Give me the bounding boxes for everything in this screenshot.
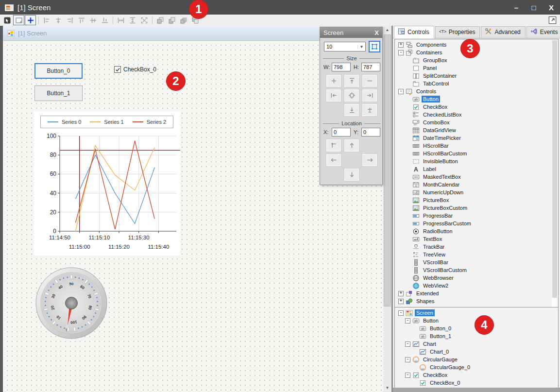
move-tool-button[interactable] [25, 15, 36, 25]
align-right-button[interactable] [64, 15, 75, 25]
tree-item-hscrollbar[interactable]: HScrollBar [397, 142, 557, 150]
combo-dropdown-icon[interactable]: ▼ [357, 45, 365, 49]
tree-item-chart_0[interactable]: Chart_0 [397, 348, 557, 356]
tree-item-screen[interactable]: -Screen [397, 309, 557, 317]
size-shrink-left-button[interactable] [326, 89, 341, 102]
same-width-button[interactable] [115, 15, 126, 25]
select-tool-button[interactable] [1, 15, 13, 25]
canvas-circular-gauge-0[interactable]: 102030405060708090100 [35, 267, 108, 340]
tree-item-label[interactable]: ALabel [397, 165, 557, 173]
palette-scrollbar[interactable] [552, 40, 558, 329]
close-button[interactable]: X [543, 3, 560, 12]
tree-item-numericupdown[interactable]: 12NumericUpDown [397, 188, 557, 196]
tree-item-checkedlistbox[interactable]: CheckedListBox [397, 111, 557, 119]
canvas-vertical-scrollbar[interactable]: ▲ ▼ [383, 26, 391, 392]
tree-item-webview2[interactable]: WebView2 [397, 282, 557, 290]
tree-item-panel[interactable]: Panel [397, 64, 557, 72]
size-expand-right-button[interactable] [362, 89, 377, 102]
tree-item-trackbar[interactable]: TrackBar [397, 243, 557, 251]
popout-icon[interactable] [548, 16, 557, 25]
y-field[interactable]: 0 [361, 128, 380, 136]
tab-controls[interactable]: Controls [394, 26, 434, 38]
tree-item-webbrowser[interactable]: WebBrowser [397, 274, 557, 282]
collapse-icon[interactable]: - [398, 310, 404, 316]
bounds-toggle-button[interactable] [369, 41, 380, 52]
collapse-icon[interactable]: - [398, 89, 404, 94]
tree-item-circulargauge[interactable]: -CircularGauge [397, 356, 557, 363]
tree-item-textbox[interactable]: abTextBox [397, 235, 557, 243]
tree-item-datagridview[interactable]: DataGridView [397, 126, 557, 134]
tree-item-progressbar[interactable]: ProgressBar [397, 212, 557, 220]
size-fit-button[interactable] [344, 89, 359, 102]
height-field[interactable]: 787 [361, 63, 380, 71]
move-left-button[interactable] [326, 154, 341, 166]
tree-item-checkbox[interactable]: -CheckBox [397, 371, 557, 379]
collapse-icon[interactable]: - [405, 357, 410, 362]
minimize-button[interactable]: – [508, 3, 525, 12]
canvas-checkbox-0[interactable]: CheckBox_0 [114, 66, 156, 73]
tree-item-invisiblebutton[interactable]: InvisibleButton [397, 157, 557, 165]
expand-icon[interactable]: + [398, 299, 404, 304]
canvas-chart-0[interactable]: Series 0Series 1Series 2 02040608010011:… [34, 111, 180, 256]
width-field[interactable]: 798 [332, 63, 351, 71]
screen-panel-header[interactable]: Screen X [320, 27, 382, 38]
canvas-button-1[interactable]: Button_1 [34, 85, 83, 101]
align-left-button[interactable] [41, 15, 52, 25]
move-right-button[interactable] [362, 154, 377, 166]
move-down-button[interactable] [344, 169, 359, 181]
tree-item-controls[interactable]: -Controls [397, 87, 557, 95]
tree-item-vscrollbarcustom[interactable]: VScrollBarCustom [397, 266, 557, 274]
scroll-down-icon[interactable]: ▼ [383, 384, 391, 392]
tree-item-monthcalendar[interactable]: 12MonthCalendar [397, 181, 557, 188]
align-top-button[interactable] [76, 15, 87, 25]
expand-icon[interactable]: + [398, 42, 404, 48]
tree-item-shapes[interactable]: +Shapes [397, 297, 557, 305]
collapse-icon[interactable]: - [405, 373, 410, 378]
tree-item-hscrollbarcustom[interactable]: HScrollBarCustom [397, 150, 557, 157]
send-to-back-button[interactable] [166, 15, 177, 25]
collapse-icon[interactable]: - [405, 341, 410, 347]
size-snap-button[interactable] [362, 104, 377, 116]
tree-item-datetimepicker[interactable]: DateTimePicker [397, 134, 557, 142]
tree-item-vscrollbar[interactable]: VScrollBar [397, 258, 557, 266]
align-center-button[interactable] [52, 15, 64, 25]
surface-edit-tool-button[interactable] [13, 15, 24, 25]
size-expand-bottom-button[interactable] [344, 104, 359, 116]
size-decrease-button[interactable] [362, 75, 377, 87]
collapse-icon[interactable]: - [398, 50, 404, 55]
tab-events[interactable]: Events [526, 26, 560, 38]
maximize-button[interactable]: □ [525, 3, 543, 12]
size-to-fit-button[interactable] [138, 15, 150, 25]
tree-item-picturebox[interactable]: PictureBox [397, 196, 557, 204]
size-expand-top-button[interactable] [344, 75, 359, 87]
align-middle-button[interactable] [87, 15, 99, 25]
same-height-button[interactable] [127, 15, 138, 25]
tab-advanced[interactable]: Advanced [481, 26, 525, 38]
grid-size-combobox[interactable]: 10 ▼ [324, 42, 366, 51]
canvas-button-0[interactable]: Button_0 [34, 63, 83, 79]
collapse-icon[interactable]: - [405, 318, 410, 324]
tree-item-pictureboxcustom[interactable]: PictureBoxCustom [397, 204, 557, 212]
tree-item-chart[interactable]: -Chart [397, 340, 557, 348]
tree-item-maskedtextbox[interactable]: ××MaskedTextBox [397, 173, 557, 181]
tree-item-button[interactable]: abButton [397, 95, 557, 103]
tree-item-progressbarcustom[interactable]: ProgressBarCustom [397, 220, 557, 227]
screen-tool-panel[interactable]: Screen X 10 ▼ Size W: 798 H: 787 Locatio… [320, 27, 383, 185]
move-origin-button[interactable] [326, 139, 341, 152]
tree-item-checkbox_0[interactable]: CheckBox_0 [397, 379, 557, 387]
tree-item-extended[interactable]: +Extended [397, 290, 557, 297]
tree-item-treeview[interactable]: TreeView [397, 251, 557, 258]
x-field[interactable]: 0 [332, 128, 351, 136]
tree-item-radiobutton[interactable]: RadioButton [397, 227, 557, 235]
move-up-button[interactable] [344, 139, 359, 152]
tree-item-groupbox[interactable]: xyGroupBox [397, 56, 557, 64]
tree-item-combobox[interactable]: ComboBox [397, 119, 557, 126]
screen-panel-close-icon[interactable]: X [374, 29, 379, 36]
tab-properties[interactable]: <T>Properties [435, 26, 480, 38]
bring-to-front-button[interactable] [154, 15, 166, 25]
tree-item-checkbox[interactable]: CheckBox [397, 103, 557, 111]
expand-icon[interactable]: + [398, 291, 404, 296]
bring-forward-button[interactable] [178, 15, 189, 25]
scroll-up-icon[interactable]: ▲ [383, 26, 391, 34]
scrollbar-thumb[interactable] [384, 34, 391, 307]
